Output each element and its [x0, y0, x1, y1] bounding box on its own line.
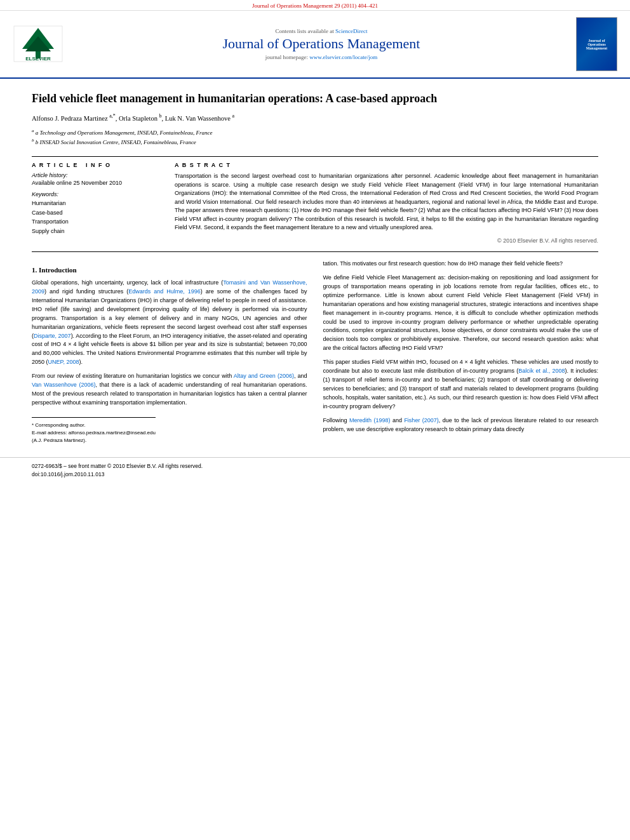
affiliation-a: a Technology and Operations Management, …: [36, 130, 213, 136]
top-citation-bar: Journal of Operations Management 29 (201…: [0, 0, 630, 11]
copyright: © 2010 Elsevier B.V. All rights reserved…: [175, 237, 598, 244]
footnote-star: * Corresponding author.: [32, 422, 156, 429]
available-online: Available online 25 November 2010: [32, 180, 159, 186]
keyword-transportation: Transportation: [32, 217, 159, 226]
elsevier-logo: ELSEVIER: [13, 25, 64, 64]
ref-balcik[interactable]: Balcik et al., 2008: [518, 368, 565, 374]
body-right-col: tation. This motivates our first researc…: [323, 260, 599, 444]
ref-disparte[interactable]: Disparte, 2007: [34, 333, 71, 339]
body-left-col: 1. Introduction Global operations, high …: [32, 260, 307, 444]
body-text-area: 1. Introduction Global operations, high …: [32, 260, 598, 444]
title-text: Field vehicle fleet management in humani…: [32, 92, 437, 105]
affiliation-b: b INSEAD Social Innovation Centre, INSEA…: [36, 139, 196, 145]
journal-title: Journal of Operations Management: [76, 36, 566, 52]
affiliations: a a Technology and Operations Management…: [32, 128, 598, 147]
journal-homepage: journal homepage: www.elsevier.com/locat…: [76, 54, 566, 60]
main-divider: [32, 251, 598, 252]
ref-edwards[interactable]: Edwards and Hulme, 1996: [128, 288, 201, 295]
ref-vanwassenhove[interactable]: Van Wassenhove (2006): [32, 382, 96, 388]
info-abstract-area: A R T I C L E I N F O Article history: A…: [32, 162, 598, 244]
section1-heading: 1. Introduction: [32, 266, 307, 274]
body-para-1: Global operations, high uncertainty, urg…: [32, 279, 307, 367]
abstract-text: Transportation is the second largest ove…: [175, 172, 598, 232]
sciencedirect-link[interactable]: ScienceDirect: [335, 28, 367, 34]
keyword-humanitarian: Humanitarian: [32, 199, 159, 208]
doi-line: doi:10.1016/j.jom.2010.11.013: [32, 471, 598, 477]
footnote-area: * Corresponding author. E-mail address: …: [32, 417, 156, 444]
issn-line: 0272-6963/$ – see front matter © 2010 El…: [32, 463, 598, 469]
doi-text: doi:10.1016/j.jom.2010.11.013: [32, 471, 104, 477]
journal-cover: Journal ofOperationsManagement: [576, 17, 617, 71]
keywords-label: Keywords:: [32, 191, 159, 197]
article-title: Field vehicle fleet management in humani…: [32, 91, 598, 106]
article-info-col: A R T I C L E I N F O Article history: A…: [32, 162, 159, 244]
journal-citation: Journal of Operations Management 29 (201…: [252, 3, 378, 9]
divider-top: [32, 156, 598, 157]
journal-title-area: Contents lists available at ScienceDirec…: [76, 28, 566, 60]
history-label: Article history:: [32, 172, 159, 178]
abstract-col: A B S T R A C T Transportation is the se…: [175, 162, 598, 244]
homepage-url[interactable]: www.elsevier.com/locate/jom: [309, 54, 377, 60]
bottom-info: 0272-6963/$ – see front matter © 2010 El…: [0, 457, 630, 481]
footnote-email: E-mail address: alfonso.pedraza.martinez…: [32, 429, 156, 444]
body-para-2: From our review of existing literature o…: [32, 372, 307, 408]
keyword-casebased: Case-based: [32, 208, 159, 217]
ref-altay[interactable]: Altay and Green (2006): [234, 373, 294, 379]
keyword-supplychain: Supply chain: [32, 227, 159, 236]
body-para-4: We define Field Vehicle Fleet Management…: [323, 274, 599, 353]
svg-text:ELSEVIER: ELSEVIER: [25, 56, 51, 62]
body-para-6: Following Meredith (1998) and Fisher (20…: [323, 417, 599, 434]
contents-label: Contents lists available at: [276, 28, 334, 34]
cover-title-text: Journal ofOperationsManagement: [586, 39, 608, 50]
journal-header: ELSEVIER Contents lists available at Sci…: [0, 11, 630, 79]
ref-meredith[interactable]: Meredith (1998): [349, 417, 390, 423]
article-info-heading: A R T I C L E I N F O: [32, 162, 159, 168]
ref-unep[interactable]: UNEP, 2008: [48, 359, 79, 365]
authors-line: Alfonso J. Pedraza Martinez a,*, Orla St…: [32, 112, 598, 123]
ref-fisher[interactable]: Fisher (2007): [404, 417, 438, 423]
cover-image: Journal ofOperationsManagement: [576, 17, 617, 71]
email-link[interactable]: alfonso.pedraza.martinez@insead.edu: [69, 430, 156, 436]
body-para-5: This paper studies Field VFM within IHO,…: [323, 358, 599, 411]
paper-content: Field vehicle fleet management in humani…: [0, 79, 630, 457]
sciencedirect-line: Contents lists available at ScienceDirec…: [76, 28, 566, 34]
homepage-label: journal homepage:: [265, 54, 308, 60]
body-para-3: tation. This motivates our first researc…: [323, 260, 599, 269]
abstract-heading: A B S T R A C T: [175, 162, 598, 168]
